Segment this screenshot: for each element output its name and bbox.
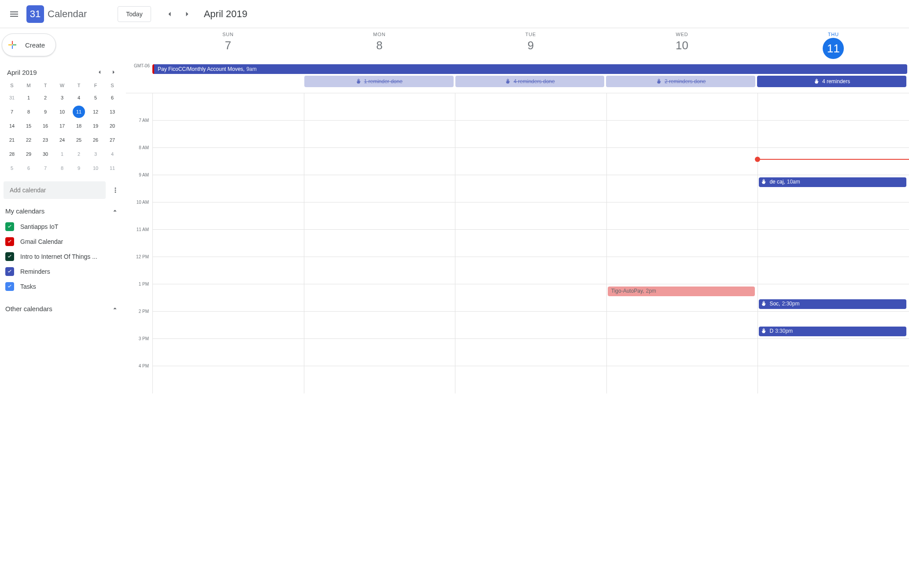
mini-day[interactable]: 3: [56, 92, 68, 104]
reminder-chip[interactable]: 1 reminder done: [304, 76, 454, 87]
calendar-event[interactable]: Tigo-AutoPay,2pm: [608, 287, 755, 296]
calendar-name: Gmail Calendar: [20, 238, 63, 245]
day-number: 9: [455, 39, 606, 52]
chevron-up-icon: [111, 207, 119, 215]
day-header[interactable]: WED10: [606, 28, 758, 63]
my-calendars-toggle[interactable]: My calendars: [4, 199, 121, 217]
calendar-checkbox[interactable]: [5, 282, 14, 291]
calendar-checkbox[interactable]: [5, 222, 14, 231]
day-column[interactable]: [455, 93, 606, 393]
mini-dow-header: S: [4, 80, 20, 91]
time-label: 10 AM: [126, 200, 152, 227]
mini-day[interactable]: 3: [89, 148, 102, 160]
mini-day[interactable]: 17: [56, 120, 68, 132]
calendar-item[interactable]: Reminders: [4, 264, 121, 279]
mini-day[interactable]: 24: [56, 134, 68, 146]
chevron-right-icon: [183, 10, 192, 18]
day-number: 10: [606, 39, 758, 52]
mini-day[interactable]: 19: [89, 120, 102, 132]
mini-day[interactable]: 10: [56, 106, 68, 118]
timezone-label: GMT-06: [126, 63, 152, 93]
create-button[interactable]: Create: [2, 33, 56, 56]
day-header[interactable]: THU11: [758, 28, 909, 63]
calendar-event[interactable]: de caj,10am: [759, 177, 906, 187]
day-header[interactable]: SUN7: [152, 28, 304, 63]
day-column[interactable]: Tigo-AutoPay,2pm: [606, 93, 758, 393]
calendar-event[interactable]: D3:30pm: [759, 327, 906, 336]
mini-day[interactable]: 9: [73, 162, 85, 174]
mini-day[interactable]: 13: [106, 106, 118, 118]
mini-day[interactable]: 11: [73, 106, 85, 118]
add-calendar-options-button[interactable]: [110, 185, 121, 195]
other-calendars-toggle[interactable]: Other calendars: [4, 297, 121, 314]
calendar-checkbox[interactable]: [5, 252, 14, 261]
mini-day[interactable]: 7: [39, 162, 52, 174]
mini-day[interactable]: 29: [22, 148, 35, 160]
mini-day[interactable]: 22: [22, 134, 35, 146]
mini-day[interactable]: 8: [22, 106, 35, 118]
next-period-button[interactable]: [178, 5, 196, 23]
mini-day[interactable]: 1: [56, 148, 68, 160]
calendar-event[interactable]: Soc,2:30pm: [759, 299, 906, 309]
mini-prev-button[interactable]: [93, 66, 106, 78]
mini-day[interactable]: 31: [6, 92, 18, 104]
mini-next-button[interactable]: [107, 66, 120, 78]
calendar-item[interactable]: Tasks: [4, 279, 121, 294]
time-label: 3 PM: [126, 336, 152, 364]
day-header[interactable]: MON8: [304, 28, 455, 63]
calendar-checkbox[interactable]: [5, 267, 14, 276]
mini-day[interactable]: 20: [106, 120, 118, 132]
chevron-up-icon: [111, 305, 119, 312]
mini-day[interactable]: 9: [39, 106, 52, 118]
mini-day[interactable]: 18: [73, 120, 85, 132]
allday-event-pay-ficocc[interactable]: Pay FicoCC/Monthly Account Moves, 9am: [152, 64, 907, 74]
mini-day[interactable]: 4: [106, 148, 118, 160]
allday-area[interactable]: Pay FicoCC/Monthly Account Moves, 9am 1 …: [152, 63, 909, 93]
chevron-right-icon: [110, 69, 117, 76]
mini-day[interactable]: 15: [22, 120, 35, 132]
mini-day[interactable]: 23: [39, 134, 52, 146]
reminder-chip[interactable]: 2 reminders done: [606, 76, 755, 87]
mini-day[interactable]: 16: [39, 120, 52, 132]
mini-day[interactable]: 6: [22, 162, 35, 174]
mini-day[interactable]: 5: [6, 162, 18, 174]
mini-day[interactable]: 21: [6, 134, 18, 146]
day-number: 8: [304, 39, 455, 52]
reminder-chip[interactable]: 4 reminders done: [455, 76, 605, 87]
reminder-chip[interactable]: 4 reminders: [757, 76, 906, 87]
day-column[interactable]: [304, 93, 455, 393]
mini-day[interactable]: 7: [6, 106, 18, 118]
mini-day[interactable]: 11: [106, 162, 118, 174]
mini-day[interactable]: 14: [6, 120, 18, 132]
add-calendar-input[interactable]: [4, 181, 106, 199]
day-of-week: SUN: [152, 32, 304, 37]
mini-day[interactable]: 5: [89, 92, 102, 104]
mini-day[interactable]: 6: [106, 92, 118, 104]
mini-day[interactable]: 25: [73, 134, 85, 146]
mini-day[interactable]: 2: [73, 148, 85, 160]
mini-day[interactable]: 8: [56, 162, 68, 174]
mini-day[interactable]: 4: [73, 92, 85, 104]
time-label: 2 PM: [126, 309, 152, 336]
mini-calendar[interactable]: SMTWTFS311234567891011121314151617181920…: [4, 80, 121, 175]
day-header[interactable]: TUE9: [455, 28, 606, 63]
mini-day[interactable]: 26: [89, 134, 102, 146]
mini-day[interactable]: 12: [89, 106, 102, 118]
prev-period-button[interactable]: [161, 5, 178, 23]
calendar-item[interactable]: Gmail Calendar: [4, 234, 121, 249]
day-column[interactable]: de caj,10amSoc,2:30pmD3:30pm: [758, 93, 909, 393]
mini-day[interactable]: 1: [22, 92, 35, 104]
calendar-item[interactable]: Santiapps IoT: [4, 219, 121, 234]
day-column[interactable]: [152, 93, 304, 393]
mini-day[interactable]: 27: [106, 134, 118, 146]
today-button[interactable]: Today: [118, 6, 151, 22]
mini-day[interactable]: 10: [89, 162, 102, 174]
hamburger-icon: [9, 9, 19, 19]
calendar-checkbox[interactable]: [5, 237, 14, 246]
mini-day[interactable]: 28: [6, 148, 18, 160]
calendar-item[interactable]: Intro to Internet Of Things ...: [4, 249, 121, 264]
main-menu-button[interactable]: [4, 4, 25, 25]
mini-day[interactable]: 2: [39, 92, 52, 104]
mini-day[interactable]: 30: [39, 148, 52, 160]
mini-cal-title: April 2019: [7, 69, 37, 76]
